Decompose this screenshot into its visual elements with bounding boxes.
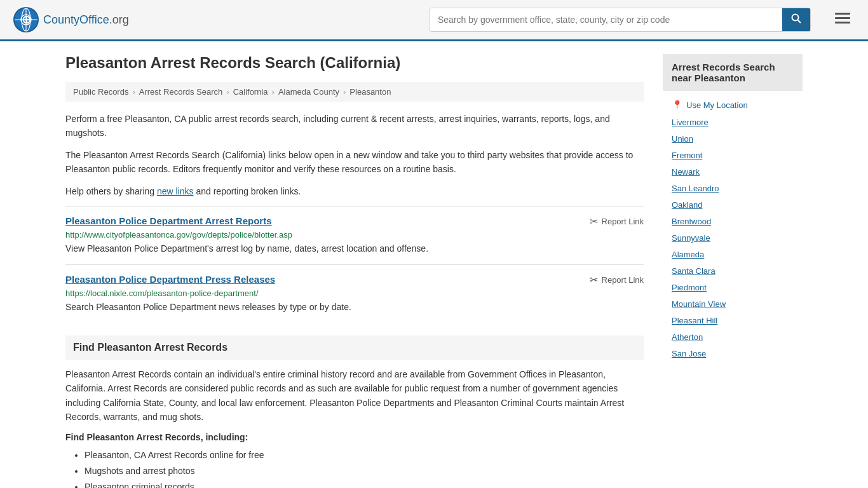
report-link-btn-1[interactable]: ✂ Report Link bbox=[590, 215, 644, 227]
desc-para-1: Perform a free Pleasanton, CA public arr… bbox=[65, 112, 644, 140]
sidebar-place-link[interactable]: San Jose bbox=[672, 349, 706, 358]
report-link-label-2: Report Link bbox=[602, 275, 644, 285]
breadcrumb-sep-1: › bbox=[132, 87, 135, 97]
find-list-item: Pleasanton, CA Arrest Records online for… bbox=[85, 447, 644, 463]
desc-para-3-prefix: Help others by sharing bbox=[65, 186, 157, 196]
sidebar-place-link[interactable]: Pleasant Hill bbox=[672, 316, 717, 325]
menu-button[interactable] bbox=[830, 9, 855, 30]
sidebar-place-link[interactable]: Piedmont bbox=[672, 283, 707, 292]
svg-rect-11 bbox=[835, 22, 850, 24]
page-title: Pleasanton Arrest Records Search (Califo… bbox=[65, 54, 644, 72]
report-link-btn-2[interactable]: ✂ Report Link bbox=[590, 274, 644, 286]
svg-point-7 bbox=[792, 15, 799, 21]
find-para: Pleasanton Arrest Records contain an ind… bbox=[65, 367, 644, 424]
sidebar-place-link[interactable]: Brentwood bbox=[672, 217, 711, 226]
find-sub-header: Find Pleasanton Arrest Records, includin… bbox=[65, 432, 644, 442]
hamburger-icon bbox=[835, 13, 850, 24]
sidebar-place-link[interactable]: Newark bbox=[672, 167, 700, 177]
sidebar-place-link[interactable]: Oakland bbox=[672, 200, 702, 210]
sidebar-place-link[interactable]: Mountain View bbox=[672, 299, 726, 309]
sidebar-place-item: Fremont bbox=[663, 147, 803, 163]
search-bar bbox=[430, 8, 811, 32]
breadcrumb-sep-4: › bbox=[343, 87, 346, 97]
report-icon-2: ✂ bbox=[590, 274, 598, 286]
content-area: Pleasanton Arrest Records Search (Califo… bbox=[65, 54, 644, 488]
breadcrumb-sep-2: › bbox=[226, 87, 229, 97]
sidebar: Arrest Records Search near Pleasanton 📍 … bbox=[663, 54, 803, 488]
sidebar-place-link[interactable]: Atherton bbox=[672, 332, 703, 342]
report-link-label-1: Report Link bbox=[602, 217, 644, 226]
breadcrumb-california[interactable]: California bbox=[233, 87, 268, 97]
sidebar-place-link[interactable]: Alameda bbox=[672, 250, 704, 259]
sidebar-place-item: San Leandro bbox=[663, 180, 803, 196]
resource-url-1[interactable]: http://www.cityofpleasantonca.gov/gov/de… bbox=[65, 230, 644, 240]
breadcrumb-current: Pleasanton bbox=[349, 87, 391, 97]
resource-url-2[interactable]: https://local.nixle.com/pleasanton-polic… bbox=[65, 288, 644, 298]
desc-para-3-suffix: and reporting broken links. bbox=[194, 186, 301, 196]
logo-icon: ⊕ bbox=[13, 6, 39, 33]
sidebar-place-item: Santa Clara bbox=[663, 262, 803, 279]
logo-text: CountyOffice.org bbox=[43, 13, 129, 27]
breadcrumb-alameda[interactable]: Alameda County bbox=[278, 87, 339, 97]
resource-entry-2: Pleasanton Police Department Press Relea… bbox=[65, 264, 644, 323]
sidebar-place-link[interactable]: Union bbox=[672, 134, 693, 144]
site-logo[interactable]: ⊕ CountyOffice.org bbox=[13, 6, 129, 33]
resource-entry-1: Pleasanton Police Department Arrest Repo… bbox=[65, 206, 644, 264]
resource-desc-1: View Pleasanton Police Department's arre… bbox=[65, 242, 644, 255]
resource-title-2[interactable]: Pleasanton Police Department Press Relea… bbox=[65, 274, 275, 285]
breadcrumb-arrest-records[interactable]: Arrest Records Search bbox=[139, 87, 223, 97]
sidebar-place-item: Sunnyvale bbox=[663, 229, 803, 246]
find-list-item: Mugshots and arrest photos bbox=[85, 463, 644, 479]
breadcrumb: Public Records › Arrest Records Search ›… bbox=[65, 82, 644, 102]
resource-desc-2: Search Pleasanton Police Department news… bbox=[65, 301, 644, 314]
sidebar-header: Arrest Records Search near Pleasanton bbox=[663, 54, 803, 91]
find-section-header: Find Pleasanton Arrest Records bbox=[65, 336, 644, 360]
sidebar-place-link[interactable]: San Leandro bbox=[672, 184, 719, 193]
sidebar-place-link[interactable]: Fremont bbox=[672, 151, 702, 160]
resource-title-1[interactable]: Pleasanton Police Department Arrest Repo… bbox=[65, 215, 272, 226]
sidebar-place-item: Livermore bbox=[663, 114, 803, 130]
desc-para-3: Help others by sharing new links and rep… bbox=[65, 184, 644, 198]
report-icon-1: ✂ bbox=[590, 215, 598, 227]
sidebar-place-item: Alameda bbox=[663, 246, 803, 262]
sidebar-place-link[interactable]: Livermore bbox=[672, 118, 709, 127]
resource-header-2: Pleasanton Police Department Press Relea… bbox=[65, 274, 644, 286]
find-list: Pleasanton, CA Arrest Records online for… bbox=[65, 447, 644, 488]
sidebar-place-item: Union bbox=[663, 130, 803, 147]
search-input[interactable] bbox=[430, 8, 782, 31]
use-location-link[interactable]: Use My Location bbox=[686, 100, 748, 110]
new-links-link[interactable]: new links bbox=[157, 186, 194, 196]
sidebar-place-link[interactable]: Santa Clara bbox=[672, 266, 715, 276]
sidebar-place-item: Atherton bbox=[663, 329, 803, 345]
use-my-location[interactable]: 📍 Use My Location bbox=[663, 96, 803, 114]
sidebar-place-item: Piedmont bbox=[663, 279, 803, 295]
main-container: Pleasanton Arrest Records Search (Califo… bbox=[53, 41, 815, 488]
breadcrumb-sep-3: › bbox=[272, 87, 275, 97]
site-header: ⊕ CountyOffice.org bbox=[0, 0, 868, 41]
search-button[interactable] bbox=[782, 8, 810, 31]
find-section: Find Pleasanton Arrest Records Pleasanto… bbox=[65, 336, 644, 488]
sidebar-place-item: Oakland bbox=[663, 196, 803, 213]
sidebar-place-item: Newark bbox=[663, 163, 803, 180]
sidebar-place-item: San Jose bbox=[663, 345, 803, 362]
location-pin-icon: 📍 bbox=[672, 100, 682, 110]
sidebar-place-item: Mountain View bbox=[663, 295, 803, 312]
svg-rect-9 bbox=[835, 13, 850, 15]
sidebar-place-link[interactable]: Sunnyvale bbox=[672, 233, 710, 243]
svg-rect-10 bbox=[835, 17, 850, 19]
resource-header-1: Pleasanton Police Department Arrest Repo… bbox=[65, 215, 644, 227]
sidebar-places: LivermoreUnionFremontNewarkSan LeandroOa… bbox=[663, 114, 803, 362]
svg-line-8 bbox=[798, 20, 801, 24]
desc-para-2: The Pleasanton Arrest Records Search (Ca… bbox=[65, 148, 644, 177]
sidebar-place-item: Pleasant Hill bbox=[663, 312, 803, 329]
find-list-item: Pleasanton criminal records bbox=[85, 479, 644, 488]
breadcrumb-public-records[interactable]: Public Records bbox=[73, 87, 128, 97]
sidebar-place-item: Brentwood bbox=[663, 213, 803, 229]
sidebar-content: 📍 Use My Location LivermoreUnionFremontN… bbox=[663, 91, 803, 367]
search-icon bbox=[791, 13, 801, 24]
